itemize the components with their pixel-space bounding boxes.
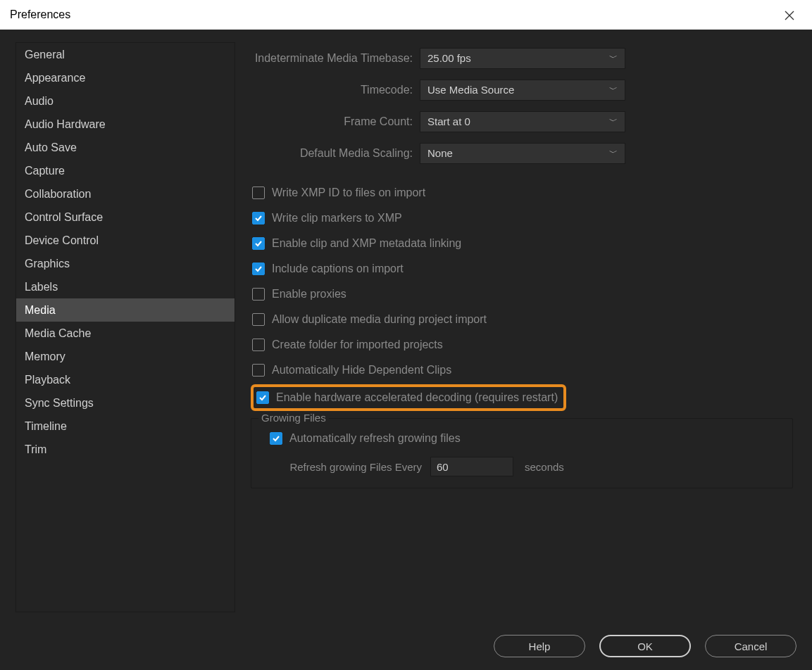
label-xmp-id: Write XMP ID to files on import xyxy=(272,187,425,199)
sidebar-item-collaboration[interactable]: Collaboration xyxy=(16,182,235,206)
preferences-sidebar: General Appearance Audio Audio Hardware … xyxy=(15,42,235,612)
timecode-value: Use Media Source xyxy=(427,84,514,96)
checkbox-create-folder[interactable] xyxy=(252,339,265,351)
checkbox-hw-decode[interactable] xyxy=(256,391,269,404)
label-dup-media: Allow duplicate media during project imp… xyxy=(272,313,487,326)
chevron-down-icon: ﹀ xyxy=(609,147,618,159)
sidebar-item-labels[interactable]: Labels xyxy=(16,275,235,298)
preferences-main-panel: Indeterminate Media Timebase: 25.00 fps … xyxy=(251,42,793,488)
sidebar-item-appearance[interactable]: Appearance xyxy=(16,66,235,89)
dialog-footer: Help OK Cancel xyxy=(494,635,797,657)
timebase-dropdown[interactable]: 25.00 fps ﹀ xyxy=(420,48,625,69)
label-clip-markers: Write clip markers to XMP xyxy=(272,212,402,225)
scaling-label: Default Media Scaling: xyxy=(251,147,420,160)
checkbox-auto-refresh-growing[interactable] xyxy=(270,432,282,445)
checkbox-dup-media[interactable] xyxy=(252,313,265,326)
timecode-label: Timecode: xyxy=(251,84,420,96)
timebase-value: 25.00 fps xyxy=(427,52,471,64)
growing-files-title: Growing Files xyxy=(258,412,329,424)
label-auto-refresh-growing: Automatically refresh growing files xyxy=(289,432,461,445)
refresh-interval-input[interactable] xyxy=(430,457,513,476)
sidebar-item-sync-settings[interactable]: Sync Settings xyxy=(16,391,235,415)
sidebar-item-device-control[interactable]: Device Control xyxy=(16,229,235,252)
close-icon[interactable] xyxy=(778,6,801,27)
titlebar: Preferences xyxy=(0,0,812,30)
framecount-value: Start at 0 xyxy=(427,115,470,127)
refresh-interval-unit: seconds xyxy=(513,461,564,473)
label-link-meta: Enable clip and XMP metadata linking xyxy=(272,237,461,250)
sidebar-item-media-cache[interactable]: Media Cache xyxy=(16,322,235,345)
scaling-value: None xyxy=(427,147,453,159)
checkbox-proxies[interactable] xyxy=(252,288,265,301)
dialog-body: General Appearance Audio Audio Hardware … xyxy=(0,30,812,670)
framecount-label: Frame Count: xyxy=(251,115,420,128)
framecount-dropdown[interactable]: Start at 0 ﹀ xyxy=(420,111,625,132)
sidebar-item-control-surface[interactable]: Control Surface xyxy=(16,206,235,229)
sidebar-item-timeline[interactable]: Timeline xyxy=(16,415,235,438)
highlight-hw-decode: Enable hardware accelerated decoding (re… xyxy=(251,384,566,411)
chevron-down-icon: ﹀ xyxy=(609,115,618,127)
chevron-down-icon: ﹀ xyxy=(609,84,618,96)
checkbox-link-meta[interactable] xyxy=(252,237,265,250)
sidebar-item-graphics[interactable]: Graphics xyxy=(16,252,235,275)
checkbox-clip-markers[interactable] xyxy=(252,212,265,225)
scaling-dropdown[interactable]: None ﹀ xyxy=(420,143,625,164)
refresh-interval-label: Refresh growing Files Every xyxy=(270,461,430,473)
sidebar-item-playback[interactable]: Playback xyxy=(16,368,235,391)
window-title: Preferences xyxy=(10,8,70,21)
help-button[interactable]: Help xyxy=(494,635,585,657)
cancel-button[interactable]: Cancel xyxy=(705,635,797,657)
label-proxies: Enable proxies xyxy=(272,288,346,301)
sidebar-item-audio[interactable]: Audio xyxy=(16,89,235,113)
sidebar-item-media[interactable]: Media xyxy=(16,298,235,322)
label-captions: Include captions on import xyxy=(272,263,404,275)
timebase-label: Indeterminate Media Timebase: xyxy=(251,52,420,65)
sidebar-item-audio-hardware[interactable]: Audio Hardware xyxy=(16,113,235,136)
sidebar-item-capture[interactable]: Capture xyxy=(16,159,235,182)
growing-files-group: Growing Files Automatically refresh grow… xyxy=(251,418,793,488)
label-hide-dep: Automatically Hide Dependent Clips xyxy=(272,364,451,377)
label-hw-decode: Enable hardware accelerated decoding (re… xyxy=(276,391,558,404)
sidebar-item-memory[interactable]: Memory xyxy=(16,345,235,368)
sidebar-item-auto-save[interactable]: Auto Save xyxy=(16,136,235,159)
checkbox-captions[interactable] xyxy=(252,263,265,275)
checkbox-xmp-id[interactable] xyxy=(252,187,265,199)
ok-button[interactable]: OK xyxy=(599,635,691,657)
chevron-down-icon: ﹀ xyxy=(609,52,618,64)
timecode-dropdown[interactable]: Use Media Source ﹀ xyxy=(420,80,625,101)
sidebar-item-general[interactable]: General xyxy=(16,43,235,66)
checkbox-hide-dep[interactable] xyxy=(252,364,265,377)
sidebar-item-trim[interactable]: Trim xyxy=(16,438,235,461)
label-create-folder: Create folder for imported projects xyxy=(272,339,443,351)
